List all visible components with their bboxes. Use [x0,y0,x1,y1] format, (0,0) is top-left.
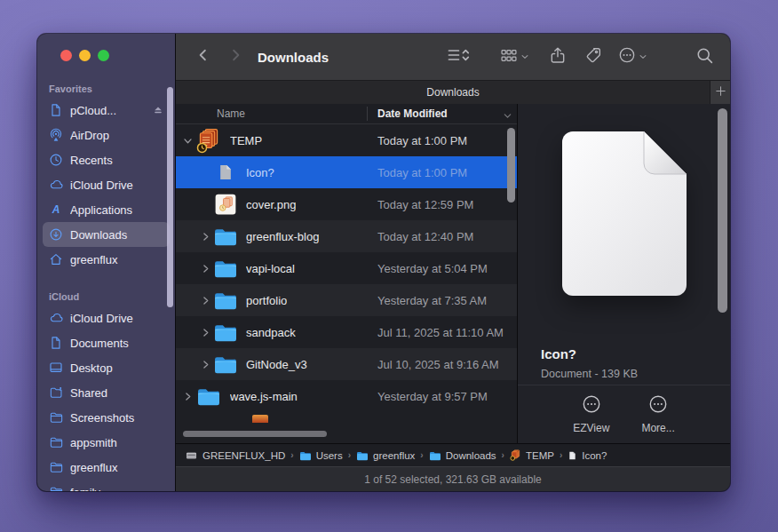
file-row-vapi-local[interactable]: vapi-localYesterday at 5:04 PM [176,252,517,284]
file-name: wave.js-main [230,390,298,403]
file-date-modified: Yesterday at 5:04 PM [377,262,488,275]
sidebar-item-label: appsmith [70,436,164,449]
folder-outline-icon [48,460,64,474]
sidebar-item-icloud-drive[interactable]: iCloud Drive [43,306,170,330]
preview-file-name: Icon? [541,346,576,361]
column-divider[interactable] [367,107,368,121]
sidebar-item-pcloud[interactable]: pCloud... [43,98,170,123]
path-item-icon[interactable]: Icon? [568,450,607,461]
path-item-downloads[interactable]: Downloads [429,450,496,461]
plus-icon [714,84,727,101]
folder-blue-icon [213,353,238,375]
file-name: vapi-local [246,262,295,275]
file-row-gitnode-v3[interactable]: GitNode_v3Jul 10, 2025 at 9:16 AM [176,348,517,380]
partial-file-row [176,412,517,423]
file-date-modified: Today at 1:00 PM [377,134,467,147]
sidebar-item-shared[interactable]: Shared [43,380,170,405]
button-label: EZView [573,422,609,434]
sidebar-item-airdrop[interactable]: AirDrop [43,123,170,147]
sidebar-item-screenshots[interactable]: Screenshots [43,405,170,430]
sidebar-item-greenflux[interactable]: greenflux [43,247,170,272]
close-button[interactable] [60,50,72,61]
path-item-users[interactable]: Users [299,450,343,461]
path-separator: › [502,450,504,460]
path-item-greenflux-hd[interactable]: GREENFLUX_HD [185,449,285,462]
share-button[interactable] [549,46,567,68]
sidebar: FavoritespCloud...AirDropRecentsiCloud D… [37,34,175,491]
more-button[interactable]: More... [641,394,674,434]
grid-group-button[interactable] [500,47,529,67]
column-name[interactable]: Name [176,107,245,120]
sidebar-item-family[interactable]: family [43,480,170,491]
search-button[interactable] [695,46,714,68]
sidebar-item-applications[interactable]: AApplications [43,197,170,222]
doc-outline-icon [48,103,64,117]
list-vertical-scrollbar[interactable] [507,128,515,202]
disclosure-chevron-icon[interactable] [181,392,194,401]
disclosure-chevron-icon[interactable] [199,360,211,369]
column-date-modified[interactable]: Date Modified [377,107,448,120]
sidebar-scrollbar[interactable] [167,87,173,307]
eject-icon[interactable] [152,104,164,116]
sidebar-item-desktop[interactable]: Desktop [43,355,170,380]
back-button[interactable] [194,45,213,68]
cover-thumb-icon [213,193,238,216]
sidebar-item-greenflux[interactable]: greenflux [43,455,170,480]
list-view-button[interactable] [446,46,470,67]
search-icon [695,46,714,68]
sidebar-section-title-icloud: iCloud [37,286,175,306]
minimize-button[interactable] [79,50,91,61]
sidebar-item-label: family [70,486,164,492]
tab-downloads[interactable]: Downloads [426,86,479,99]
file-row-sandpack[interactable]: sandpackJul 11, 2025 at 11:10 AM [176,316,517,348]
file-row-wave-js-main[interactable]: wave.js-mainYesterday at 9:57 PM [176,380,517,412]
toolbar: Downloads [176,34,730,80]
disclosure-chevron-icon[interactable] [199,264,211,274]
finder-window: FavoritespCloud...AirDropRecentsiCloud D… [37,34,730,491]
grid-group-icon [500,47,518,67]
disclosure-chevron-icon[interactable] [199,296,211,306]
sidebar-item-appsmith[interactable]: appsmith [43,430,170,455]
traffic-lights [60,50,109,61]
folder-outline-icon [48,435,64,449]
sidebar-item-downloads[interactable]: Downloads [43,222,170,247]
preview-scrollbar[interactable] [718,108,727,313]
horizontal-scroll-thumb[interactable] [183,431,327,437]
path-separator: › [420,450,423,460]
disclosure-chevron-icon[interactable] [199,328,211,337]
file-date-modified: Yesterday at 7:35 AM [377,294,487,307]
file-small-icon [568,450,577,461]
ezview-button[interactable]: EZView [573,394,609,434]
sidebar-item-documents[interactable]: Documents [43,330,170,355]
forward-button[interactable] [226,45,245,68]
sidebar-item-label: iCloud Drive [70,179,164,192]
path-item-greenflux[interactable]: greenflux [356,450,415,461]
add-tab-button[interactable] [710,81,730,104]
file-name: greenflux-blog [246,230,319,243]
disclosure-chevron-icon[interactable] [181,136,194,146]
file-row-icon[interactable]: Icon?Today at 1:00 PM [176,156,517,188]
airdrop-icon [48,128,64,142]
zoom-button[interactable] [98,50,109,61]
circle-ellipsis-icon [582,394,601,417]
document-preview-icon [562,131,687,299]
file-row-portfolio[interactable]: portfolioYesterday at 7:35 AM [176,284,517,316]
sidebar-item-label: Applications [70,203,164,217]
file-name: cover.png [246,198,296,211]
preview-buttons: EZViewMore... [518,385,730,443]
tag-button[interactable] [584,46,602,67]
path-item-temp[interactable]: TEMP [510,449,554,461]
file-row-greenflux-blog[interactable]: greenflux-blogToday at 12:40 PM [176,220,517,252]
file-row-temp[interactable]: TEMPToday at 1:00 PM [176,124,517,156]
disclosure-chevron-icon[interactable] [199,232,211,242]
path-item-label: Users [316,450,343,461]
file-date-modified: Today at 1:00 PM [377,166,467,179]
file-date-modified: Today at 12:59 PM [377,198,473,211]
sidebar-item-label: Downloads [70,228,164,242]
file-row-cover-png[interactable]: cover.pngToday at 12:59 PM [176,188,517,220]
sidebar-item-recents[interactable]: Recents [43,147,170,172]
sidebar-item-icloud-drive[interactable]: iCloud Drive [43,172,170,197]
sidebar-item-label: greenflux [70,461,164,474]
more-circle-button[interactable] [618,46,647,67]
circle-ellipsis-icon [648,394,668,417]
